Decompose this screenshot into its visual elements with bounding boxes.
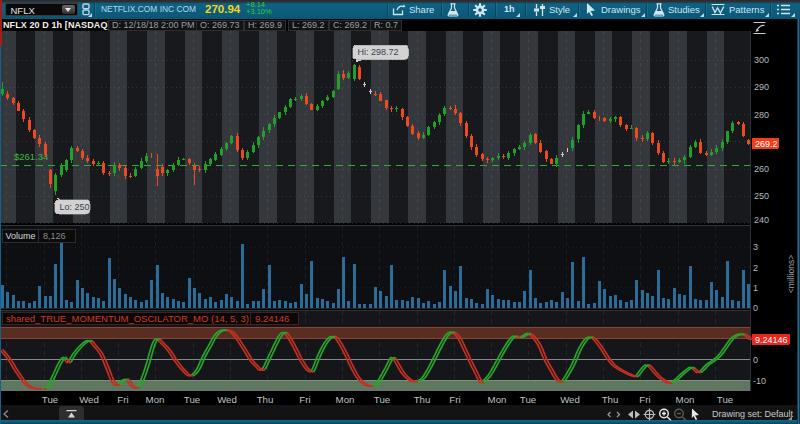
svg-text:Wed: Wed [79, 394, 99, 405]
svg-text:Wed: Wed [560, 394, 580, 405]
svg-text:Mon: Mon [676, 394, 695, 405]
svg-text:8,126: 8,126 [43, 231, 66, 241]
svg-text:Mon: Mon [146, 394, 165, 405]
svg-text:290: 290 [754, 82, 769, 92]
svg-text:0: 0 [753, 303, 758, 313]
svg-text:Fri: Fri [449, 394, 460, 405]
svg-text:1: 1 [753, 283, 758, 293]
svg-text:Lo: 250: Lo: 250 [60, 202, 90, 212]
svg-text:250: 250 [754, 191, 769, 201]
svg-text:269.2: 269.2 [755, 139, 778, 149]
svg-text:240: 240 [754, 215, 769, 225]
svg-text:<millions>: <millions> [786, 255, 796, 293]
svg-text:Hi: 298.72: Hi: 298.72 [358, 47, 399, 57]
svg-text:Thu: Thu [257, 394, 274, 405]
svg-text:shared_TRUE_MOMENTUM_OSCILATOR: shared_TRUE_MOMENTUM_OSCILATOR_MO (14, 5… [6, 313, 249, 324]
svg-text:$261.34: $261.34 [14, 151, 48, 162]
svg-text:Mon: Mon [488, 394, 507, 405]
svg-text:-10: -10 [753, 376, 766, 386]
svg-text:Tue: Tue [184, 394, 200, 405]
svg-text:280: 280 [754, 110, 769, 120]
svg-text:0: 0 [753, 355, 758, 365]
svg-text:Fri: Fri [299, 394, 310, 405]
svg-text:Tue: Tue [520, 394, 536, 405]
svg-text:Fri: Fri [117, 394, 128, 405]
svg-text:Wed: Wed [217, 394, 237, 405]
svg-text:2: 2 [753, 263, 758, 273]
svg-text:Thu: Thu [414, 394, 431, 405]
svg-text:3: 3 [753, 242, 758, 252]
svg-text:9.24146: 9.24146 [755, 335, 788, 345]
svg-text:Fri: Fri [639, 394, 650, 405]
svg-text:260: 260 [754, 164, 769, 174]
svg-text:Mon: Mon [336, 394, 355, 405]
svg-text:Tue: Tue [717, 394, 733, 405]
svg-text:Thu: Thu [602, 394, 619, 405]
svg-text:9.24146: 9.24146 [255, 313, 289, 324]
svg-text:Volume: Volume [6, 231, 36, 241]
svg-text:Tue: Tue [42, 394, 58, 405]
svg-text:300: 300 [754, 55, 769, 65]
svg-text:Tue: Tue [374, 394, 390, 405]
